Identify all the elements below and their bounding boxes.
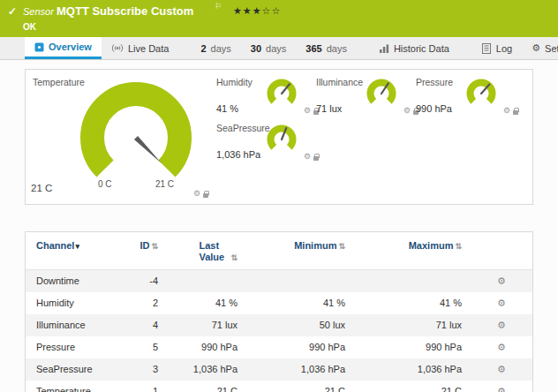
gauge-temperature-value: 21 C bbox=[31, 183, 52, 193]
gauge-illuminance-label: Illuminance bbox=[316, 77, 363, 87]
channels-table: Channel▾ ID⇅ Last Value⇅ Minimum⇅ Maximu… bbox=[26, 232, 532, 392]
column-header-maximum[interactable]: Maximum⇅ bbox=[354, 232, 471, 270]
channel-last-value: 41 % bbox=[167, 292, 246, 314]
tab-2-days-number: 2 bbox=[200, 43, 206, 54]
edit-channel-icon[interactable]: ⚙ bbox=[497, 275, 506, 286]
tab-30-days[interactable]: 30 days bbox=[241, 37, 297, 59]
tab-bar: Overview Live Data 2 days 30 days 365 da… bbox=[0, 37, 558, 60]
channel-maximum: 990 hPa bbox=[354, 336, 471, 358]
tab-365-days-number: 365 bbox=[305, 43, 321, 54]
tab-365-days-unit: days bbox=[327, 43, 347, 54]
edit-channel-icon[interactable]: ⚙ bbox=[497, 386, 506, 392]
lock-icon[interactable] bbox=[203, 193, 208, 198]
gauge-scale: 0 C 21 C bbox=[79, 179, 193, 189]
tab-2-days[interactable]: 2 days bbox=[191, 37, 240, 59]
historic-data-icon bbox=[379, 43, 389, 54]
table-row-temperature[interactable]: Temperature 1 21 C 21 C 21 C ⚙ bbox=[26, 381, 532, 392]
channel-minimum: 990 hPa bbox=[246, 336, 354, 358]
gear-icon[interactable]: ⚙ bbox=[193, 190, 200, 198]
status-badge: OK bbox=[23, 22, 36, 32]
gear-icon[interactable]: ⚙ bbox=[304, 153, 311, 161]
tab-30-days-unit: days bbox=[266, 43, 286, 54]
channel-maximum: 71 lux bbox=[354, 314, 471, 336]
gauge-needle bbox=[134, 136, 162, 163]
tab-historic-data-label: Historic Data bbox=[394, 43, 449, 54]
channel-last-value: 1,036 hPa bbox=[167, 358, 246, 381]
column-header-minimum[interactable]: Minimum⇅ bbox=[246, 232, 354, 270]
channel-last-value: 990 hPa bbox=[167, 336, 246, 358]
channel-name: Pressure bbox=[26, 336, 132, 358]
illuminance-gauge[interactable] bbox=[366, 77, 397, 109]
flag-icon[interactable]: ⚐ bbox=[215, 2, 222, 11]
gauge-seapressure-label: SeaPressure bbox=[216, 123, 270, 133]
channel-maximum: 41 % bbox=[354, 292, 471, 314]
channel-maximum bbox=[354, 270, 471, 292]
channel-name: Humidity bbox=[26, 292, 132, 314]
gear-icon[interactable]: ⚙ bbox=[503, 107, 510, 115]
gauge-cell-illuminance: Illuminance 71 lux ⚙ bbox=[316, 77, 420, 119]
table-row-seapressure[interactable]: SeaPressure 3 1,036 hPa 1,036 hPa 1,036 … bbox=[26, 358, 532, 381]
column-header-id[interactable]: ID⇅ bbox=[132, 232, 167, 270]
humidity-gauge[interactable] bbox=[266, 77, 298, 109]
channel-last-value: 71 lux bbox=[167, 314, 246, 336]
gauge-temperature-actions[interactable]: ⚙ bbox=[193, 190, 208, 198]
tab-365-days[interactable]: 365 days bbox=[296, 37, 357, 59]
pressure-gauge[interactable] bbox=[465, 77, 497, 109]
column-header-last-value[interactable]: Last Value⇅ bbox=[167, 232, 246, 270]
edit-channel-icon[interactable]: ⚙ bbox=[497, 342, 506, 352]
stars-empty[interactable]: ☆☆ bbox=[262, 5, 282, 16]
seapressure-gauge[interactable] bbox=[266, 123, 298, 155]
gauge-temperature-label: Temperature bbox=[33, 77, 85, 87]
channel-id: 1 bbox=[132, 381, 167, 392]
edit-channel-icon[interactable]: ⚙ bbox=[497, 298, 506, 308]
gauge-pressure-label: Pressure bbox=[416, 77, 453, 87]
table-row-pressure[interactable]: Pressure 5 990 hPa 990 hPa 990 hPa ⚙ bbox=[26, 336, 532, 358]
object-kind-label: Sensor bbox=[23, 6, 54, 17]
tab-live-data-label: Live Data bbox=[128, 43, 169, 54]
status-check-icon: ✓ bbox=[8, 5, 17, 18]
priority-stars[interactable]: ★★★☆☆ bbox=[233, 5, 281, 17]
sort-desc-icon: ▾ bbox=[75, 242, 79, 251]
live-data-icon bbox=[111, 43, 124, 53]
channel-minimum: 1,036 hPa bbox=[246, 358, 354, 381]
gauge-scale-min: 0 C bbox=[98, 179, 112, 189]
table-row-humidity[interactable]: Humidity 2 41 % 41 % 41 % ⚙ bbox=[26, 292, 532, 314]
gauge-seapressure-actions[interactable]: ⚙ bbox=[304, 153, 319, 161]
tab-2-days-unit: days bbox=[211, 43, 231, 54]
edit-channel-icon[interactable]: ⚙ bbox=[497, 320, 506, 330]
channel-id: 5 bbox=[132, 336, 167, 358]
gauge-pressure-value: 990 hPa bbox=[416, 103, 452, 114]
tab-overview[interactable]: Overview bbox=[25, 37, 102, 59]
lock-icon[interactable] bbox=[513, 110, 518, 115]
sort-icon: ⇅ bbox=[338, 242, 345, 251]
settings-gear-icon: ⚙ bbox=[532, 42, 540, 54]
tab-settings-label: Settings bbox=[545, 43, 558, 54]
channel-minimum: 50 lux bbox=[246, 314, 354, 336]
lock-icon[interactable] bbox=[313, 156, 319, 161]
channel-minimum bbox=[246, 270, 354, 292]
sort-icon: ⇅ bbox=[151, 242, 158, 251]
gear-icon[interactable]: ⚙ bbox=[403, 107, 411, 115]
tab-historic-data[interactable]: Historic Data bbox=[369, 37, 459, 59]
tab-settings[interactable]: ⚙ Settings bbox=[522, 37, 558, 59]
channel-last-value: 21 C bbox=[167, 381, 246, 392]
table-row-downtime[interactable]: Downtime -4 ⚙ bbox=[26, 270, 532, 292]
gauge-pressure-actions[interactable]: ⚙ bbox=[503, 107, 518, 115]
channel-maximum: 21 C bbox=[354, 381, 471, 392]
tab-live-data[interactable]: Live Data bbox=[102, 37, 178, 59]
temperature-gauge[interactable] bbox=[79, 80, 193, 195]
log-icon bbox=[481, 43, 492, 54]
gear-icon[interactable]: ⚙ bbox=[304, 107, 311, 115]
stars-filled[interactable]: ★★★ bbox=[233, 5, 262, 16]
gauge-scale-max: 21 C bbox=[155, 179, 174, 189]
channel-last-value bbox=[167, 270, 246, 292]
table-row-illuminance[interactable]: Illuminance 4 71 lux 50 lux 71 lux ⚙ bbox=[26, 314, 532, 336]
edit-channel-icon[interactable]: ⚙ bbox=[497, 364, 506, 374]
channel-name: SeaPressure bbox=[26, 358, 132, 381]
gauges-panel: Temperature 0 C 21 C 21 C ⚙ Humidity 41 … bbox=[25, 69, 533, 205]
channel-minimum: 21 C bbox=[246, 381, 354, 392]
channel-name: Illuminance bbox=[26, 314, 132, 336]
column-header-channel[interactable]: Channel▾ bbox=[26, 232, 132, 270]
tab-log[interactable]: Log bbox=[471, 37, 522, 59]
gauge-cell-pressure: Pressure 990 hPa ⚙ bbox=[416, 77, 520, 119]
